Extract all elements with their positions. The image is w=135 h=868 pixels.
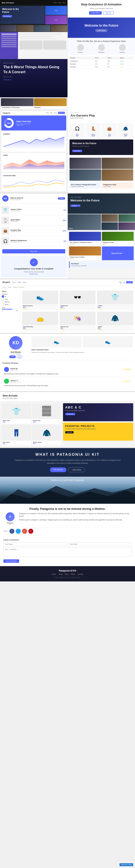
abc-banner: ABC & C Premium Fashion Collection Shop … <box>63 403 133 421</box>
comment-email-input[interactable] <box>68 542 132 546</box>
comment-textarea[interactable] <box>3 548 132 556</box>
footer-contact[interactable]: Contact <box>78 574 83 575</box>
comp-nav-logo: Patagonia <box>3 112 10 114</box>
pat-cta-primary[interactable]: Get Started <box>50 467 66 472</box>
login-btn[interactable]: Log In <box>126 281 133 283</box>
tw-share-btn[interactable]: t <box>16 529 21 534</box>
aro-title: Aro Garsons Play <box>70 114 132 117</box>
pli-watch[interactable]: ⌚ Smart Watch Black • Steel $200 <box>1 215 66 226</box>
comment-name-input[interactable] <box>3 542 67 546</box>
prod-card-shirt[interactable]: 👕 T-Shirt $24 ★★★☆☆ <box>97 290 133 310</box>
photo-mosaic <box>68 156 135 183</box>
footer-shop[interactable]: Shop <box>59 574 62 575</box>
info-section-right: Kat Dimon Product Review ★★★★★ <box>68 261 135 270</box>
product-item-bag[interactable]: 👜 Bag $45 <box>102 123 117 137</box>
dark-welcome: Welcome to the Future Discover our lates… <box>70 140 133 155</box>
product-item-boots[interactable]: 👢 Boots $120 <box>86 123 101 137</box>
order-confirm-section: ✓ Congratulations! Your Order is Complet… <box>1 256 67 278</box>
shop-nav-home[interactable]: Home <box>12 282 16 283</box>
small-cards-row: Create Motion in Photoshop Mountain <box>0 97 67 110</box>
hero-cta-btn[interactable]: Get Started <box>2 15 12 17</box>
nav-item-shop[interactable]: Shop <box>63 2 66 3</box>
pat-cta-secondary[interactable]: Learn More <box>68 467 85 472</box>
comp-nav-home[interactable]: Home <box>46 112 49 114</box>
mountain-chart-svg <box>3 157 64 169</box>
pin-share-btn[interactable]: P <box>28 529 33 534</box>
team-member-2: Developer <box>98 44 105 53</box>
navbar-left: Bird Of Future Home Blog Shop <box>0 0 67 5</box>
user-avatar: MA <box>2 195 8 202</box>
gp-share-btn[interactable]: g+ <box>22 529 27 534</box>
prod-card-hat[interactable]: 👒 Summer Hat $18 ★★★★☆ <box>60 312 96 331</box>
product-item-headphones[interactable]: 🎧 Red $89 <box>70 123 85 137</box>
cart-icon[interactable]: 🛒 <box>123 281 125 284</box>
follow-btn[interactable]: Follow <box>58 197 65 199</box>
products-main-grid: 👟 Running Shoes $75 ★★★★☆ 🕶️ Sunglasses … <box>20 289 135 333</box>
footer-about[interactable]: About <box>71 574 75 575</box>
order-icon: ✓ <box>30 258 38 266</box>
patagonia-kit-desc: Patagonia is a complete UI Kit with over… <box>11 459 124 465</box>
abc-shop-btn[interactable]: Shop Now <box>65 413 75 415</box>
hero-image-grid: Welcome to theFuture Get Started IMG IMG <box>0 5 67 25</box>
aro-subtitle: Essential Products <box>70 117 132 119</box>
concert-section: MUSIC BLOG The 6 Worst Things About Goin… <box>0 59 67 97</box>
prod-card-jacket[interactable]: 🧥 Jacket $89 ★★★★★ <box>97 312 133 331</box>
profile-follow-btn[interactable]: Follow <box>9 355 16 358</box>
fashion-white-shirt[interactable]: 👕 White Shirt $32 <box>2 403 31 424</box>
shop-nav-about[interactable]: About <box>23 282 27 283</box>
comp-nav-about[interactable]: About <box>54 112 57 114</box>
mountain-chart-card: Traffic <box>1 153 66 172</box>
finally-title: Finally, Patagonia is not to be missed d… <box>3 507 132 510</box>
prod-card-shoes[interactable]: 👟 Running Shoes $75 ★★★★☆ <box>22 290 58 310</box>
concert-date: March 15, 2017 <box>3 76 64 78</box>
product-item-jacket[interactable]: 🧥 Jacket $95 <box>118 123 133 137</box>
dark-welcome-cta[interactable]: Shop Now <box>72 150 82 152</box>
shop-nav-shop[interactable]: Shop <box>18 282 21 283</box>
blog-eric-nancy: Eric & Nancy's Patagonian Dream <box>70 242 100 243</box>
essential-cta[interactable]: View All <box>65 431 74 433</box>
fashion-jeans[interactable]: 👖 Slim Jeans $58 <box>2 425 31 445</box>
photo-strip-right: Nature <box>68 214 135 230</box>
stats-card: 75% Sales Overview Total Revenue: $12,40… <box>1 116 66 130</box>
comment-section: Leave a Comment Post Comment <box>3 537 132 563</box>
pli-bag[interactable]: 👜 Designer Bag Leather • Brown $145 <box>1 226 66 236</box>
profile-msg-btn[interactable]: Msg <box>16 355 22 358</box>
order-number: #ORD-2847 <box>4 273 64 275</box>
order-sub: Thank you for your purchase <box>4 271 64 273</box>
welcome-cta[interactable]: Learn More <box>95 29 108 32</box>
submit-comment-btn[interactable]: Post Comment <box>3 559 19 563</box>
shop-navbar: ShopKit Home Shop About 🔍 🛒 Log In <box>0 279 135 286</box>
sign-up-btn[interactable]: Sign Up <box>103 11 114 14</box>
filter-all[interactable] <box>2 295 4 298</box>
fashion-jacket2[interactable]: 🧥 Winter Jacket $95 <box>32 425 61 445</box>
footer-blog[interactable]: Blog <box>65 574 68 575</box>
nav-item-home[interactable]: Home <box>54 2 57 3</box>
main-content-left <box>18 32 67 59</box>
filter-bottoms[interactable] <box>2 301 4 303</box>
fb-share-btn[interactable]: f <box>9 529 14 534</box>
comp-nav-cta[interactable]: Buy Now <box>58 112 65 114</box>
review-2: James T. March 28, 2017 ★★★★☆ Great sele… <box>2 377 133 389</box>
team-member-3: Manager <box>119 44 126 53</box>
filter-tops[interactable] <box>2 298 4 300</box>
dark-hero-btn[interactable]: Explore → <box>70 205 80 207</box>
filter-shoes[interactable] <box>2 304 4 306</box>
fashion-striped-shirt[interactable]: Striped Top $28 <box>32 403 61 424</box>
footer-home[interactable]: Home <box>52 574 56 575</box>
product-list-items: 👕 Classic T-Shirt Cotton • White $24 ⌚ S… <box>0 204 67 248</box>
comp-nav-shop[interactable]: Shop <box>50 112 53 114</box>
concert-read-more[interactable]: Read More → <box>3 79 64 81</box>
hero-main-title: Welcome to theFuture <box>2 8 43 13</box>
table-row: Sneakers $120 35 Low <box>69 66 134 68</box>
donut-chart: 75% <box>3 117 14 129</box>
learn-more-btn[interactable]: Learn More <box>89 11 102 14</box>
search-icon[interactable]: 🔍 <box>119 281 122 284</box>
profile-name: Kat Dimon <box>2 351 29 353</box>
buy-now-btn[interactable]: Buy Now <box>2 249 65 253</box>
prod-card-glasses[interactable]: 🕶️ Sunglasses $65 ★★★★★ <box>60 290 96 310</box>
pli-shirt[interactable]: 👕 Classic T-Shirt Cotton • White $24 <box>1 205 66 215</box>
conversion-chart <box>3 177 64 189</box>
nav-item-blog[interactable]: Blog <box>59 2 61 3</box>
pli-headphones2[interactable]: 🎧 Wireless Headphones Bluetooth • Red $8… <box>1 236 66 246</box>
prod-card-bag2[interactable]: 👝 Crossbody Bag $55 ★★★★☆ <box>22 312 58 331</box>
